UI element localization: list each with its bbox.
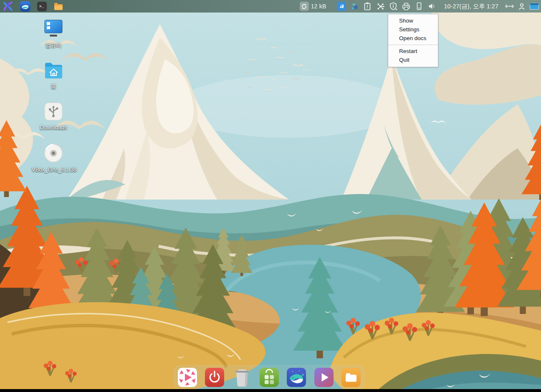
menu-item-restart[interactable]: Restart (388, 47, 438, 56)
dock (174, 365, 364, 389)
menu-separator (388, 45, 438, 45)
dock-app-store-icon[interactable] (260, 368, 279, 387)
desktop-icon-home[interactable]: 홈 (32, 61, 75, 89)
dock-files-icon[interactable] (341, 368, 361, 387)
desktop-icon-vbox-iso[interactable]: VBox_GAs_6.1.38 (32, 144, 75, 173)
net-speed-widget[interactable]: 12 kB (300, 2, 326, 11)
panel-right: 12 kB a ! (300, 0, 539, 13)
top-panel: >_ 12 kB a (0, 0, 541, 13)
display-icon[interactable] (530, 2, 539, 11)
files-folder-icon[interactable] (53, 1, 63, 11)
clock[interactable]: 10-27(금), 오후 1:27 (444, 3, 498, 10)
desktop-icon-label: 홈 (32, 83, 75, 89)
security-shield-icon[interactable] (389, 2, 398, 11)
svg-text:>_: >_ (39, 5, 44, 9)
albert-tray-icon[interactable]: a (337, 2, 346, 11)
input-method-icon[interactable] (350, 2, 359, 11)
home-folder-icon (44, 61, 63, 79)
dock-media-player-icon[interactable] (314, 368, 334, 387)
tray-context-menu: Show Settings Open docs Restart Quit (388, 14, 438, 67)
desktop-icon-label: VBox_GAs_6.1.38 (32, 167, 75, 173)
bottom-screen-strip (0, 389, 541, 392)
net-speed-value: 12 kB (311, 3, 326, 10)
menu-item-show[interactable]: Show (388, 16, 438, 25)
system-tray: a ! (337, 2, 437, 11)
whale-browser-icon[interactable] (20, 1, 30, 12)
albert-launcher-icon[interactable] (3, 1, 13, 12)
volume-icon[interactable] (427, 2, 437, 11)
printer-icon[interactable] (402, 2, 411, 11)
menu-item-open-docs[interactable]: Open docs (388, 34, 438, 43)
panel-launchers: >_ (3, 0, 70, 13)
dock-trash-icon[interactable] (233, 368, 252, 387)
dock-whale-browser-icon[interactable] (287, 368, 306, 387)
optical-disc-icon (44, 144, 63, 163)
wallpaper (0, 0, 541, 392)
computer-icon (43, 18, 63, 38)
terminal-icon[interactable]: >_ (37, 2, 47, 11)
desktop-icon-label: 컴퓨터 (32, 42, 75, 48)
network-nodes-icon[interactable] (376, 2, 385, 11)
svg-text:!: ! (367, 5, 368, 9)
dock-app-launcher-icon[interactable] (178, 368, 197, 387)
clipboard-icon[interactable]: ! (363, 2, 372, 11)
resize-arrows-icon[interactable] (505, 2, 514, 11)
desktop-icon-label: Downloads (32, 124, 75, 131)
desktop-icon-downloads[interactable]: Downloads (32, 102, 75, 131)
net-speed-icon (300, 2, 309, 11)
user-icon[interactable] (517, 2, 526, 11)
menu-item-settings[interactable]: Settings (388, 25, 438, 34)
dock-power-icon[interactable] (205, 368, 224, 387)
removable-device-icon[interactable] (415, 2, 424, 11)
menu-item-quit[interactable]: Quit (388, 56, 438, 64)
usb-drive-icon (44, 102, 63, 121)
desktop-icon-computer[interactable]: 컴퓨터 (32, 18, 75, 48)
